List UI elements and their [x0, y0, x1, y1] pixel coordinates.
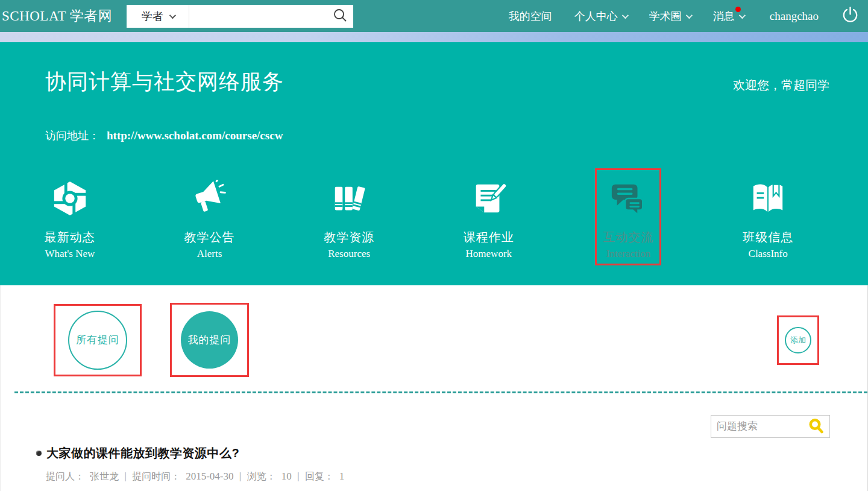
chevron-down-icon [169, 11, 176, 18]
global-search-button[interactable] [326, 5, 353, 28]
question-search-input[interactable] [711, 420, 808, 432]
global-search-input[interactable] [189, 5, 326, 28]
gradient-divider-strip [0, 32, 868, 42]
books-icon [324, 180, 374, 217]
nav-personal-center[interactable]: 个人中心 [574, 9, 627, 24]
menu-interaction[interactable]: 互动交流 Interaction [595, 168, 661, 265]
question-search-row [1, 393, 867, 438]
asker-label: 提问人： [46, 470, 84, 483]
menu-alerts[interactable]: 教学公告 Alerts [176, 168, 242, 265]
menu-label-zh: 课程作业 [464, 229, 514, 246]
menu-label-en: Resources [324, 248, 374, 260]
welcome-text: 欢迎您，常超同学 [733, 77, 829, 93]
menu-label-en: Homework [464, 248, 514, 260]
time-label: 提问时间： [132, 470, 180, 483]
question-time: 2015-04-30 [186, 470, 233, 483]
course-url[interactable]: http://www.scholat.com/course/cscw [107, 129, 283, 142]
nav-academic-circle[interactable]: 学术圈 [649, 9, 691, 24]
chevron-down-icon [739, 11, 746, 18]
nav-my-space[interactable]: 我的空间 [509, 9, 552, 24]
replies-label: 回复： [305, 470, 334, 483]
chevron-down-icon [686, 11, 693, 18]
my-questions-highlight-box: 我的提问 [170, 303, 249, 377]
all-questions-highlight-box: 所有提问 [54, 304, 142, 376]
menu-resources[interactable]: 教学资源 Resources [316, 168, 382, 265]
bullet-icon [36, 451, 42, 456]
menu-label-zh: 教学资源 [324, 229, 374, 246]
course-title: 协同计算与社交网络服务 [45, 68, 284, 96]
menu-homework[interactable]: 课程作业 Homework [456, 168, 522, 265]
top-navbar: SCHOLAT 学者网 学者 我的空间 个人中心 学术圈 [0, 0, 868, 32]
nav-messages[interactable]: 消息 [713, 9, 744, 24]
menu-label-en: What's New [45, 248, 95, 260]
menu-label-zh: 最新动态 [45, 229, 95, 246]
views-label: 浏览： [247, 470, 276, 483]
question-search-box [711, 415, 830, 438]
unread-badge-dot [735, 7, 741, 12]
my-questions-button[interactable]: 我的提问 [181, 311, 238, 369]
add-question-button[interactable]: 添加 [785, 327, 811, 353]
search-icon [332, 7, 348, 25]
menu-label-en: Interaction [603, 248, 653, 260]
question-title[interactable]: 大家做的课件能放到教学资源中么? [46, 445, 239, 461]
interaction-panel: 所有提问 我的提问 添加 大家做的课件能放到教学资源中么? [0, 285, 868, 491]
shutter-icon [45, 180, 95, 217]
all-questions-button[interactable]: 所有提问 [68, 311, 127, 370]
question-meta: 提问人： 张世龙 | 提问时间： 2015-04-30 | 浏览： 10 | 回… [46, 470, 866, 483]
course-url-label: 访问地址： [45, 128, 99, 143]
top-nav-links: 我的空间 个人中心 学术圈 消息 changchao [509, 5, 868, 27]
menu-whats-new[interactable]: 最新动态 What's New [37, 168, 103, 265]
search-scope-dropdown[interactable]: 学者 [127, 5, 189, 28]
megaphone-icon [184, 180, 234, 217]
question-filter-row: 所有提问 我的提问 添加 [1, 285, 867, 377]
search-scope-label: 学者 [142, 9, 163, 24]
menu-label-zh: 教学公告 [184, 229, 234, 246]
menu-label-en: Alerts [184, 248, 234, 260]
views-count: 10 [281, 470, 292, 483]
question-list-item: 大家做的课件能放到教学资源中么? 提问人： 张世龙 | 提问时间： 2015-0… [46, 445, 866, 491]
open-book-icon [743, 180, 793, 217]
chevron-down-icon [622, 11, 629, 18]
course-menu: 最新动态 What's New [0, 168, 868, 265]
menu-label-zh: 班级信息 [743, 229, 793, 246]
menu-label-en: ClassInfo [743, 248, 793, 260]
power-icon [841, 5, 860, 27]
asker-name: 张世龙 [90, 470, 119, 483]
assignment-pen-icon [464, 180, 514, 217]
menu-label-zh: 互动交流 [603, 229, 653, 246]
replies-count: 1 [339, 470, 345, 483]
global-search-bar: 学者 [127, 5, 353, 28]
chat-bubbles-icon [603, 180, 653, 217]
course-header: 协同计算与社交网络服务 欢迎您，常超同学 访问地址： http://www.sc… [0, 42, 868, 285]
nav-username[interactable]: changchao [770, 10, 819, 23]
menu-classinfo[interactable]: 班级信息 ClassInfo [735, 168, 801, 265]
logout-power-button[interactable] [841, 5, 860, 27]
question-search-button[interactable] [808, 417, 829, 436]
scholat-logo[interactable]: SCHOLAT 学者网 [0, 7, 112, 25]
search-icon [808, 417, 825, 436]
add-question-highlight-box: 添加 [777, 315, 819, 365]
